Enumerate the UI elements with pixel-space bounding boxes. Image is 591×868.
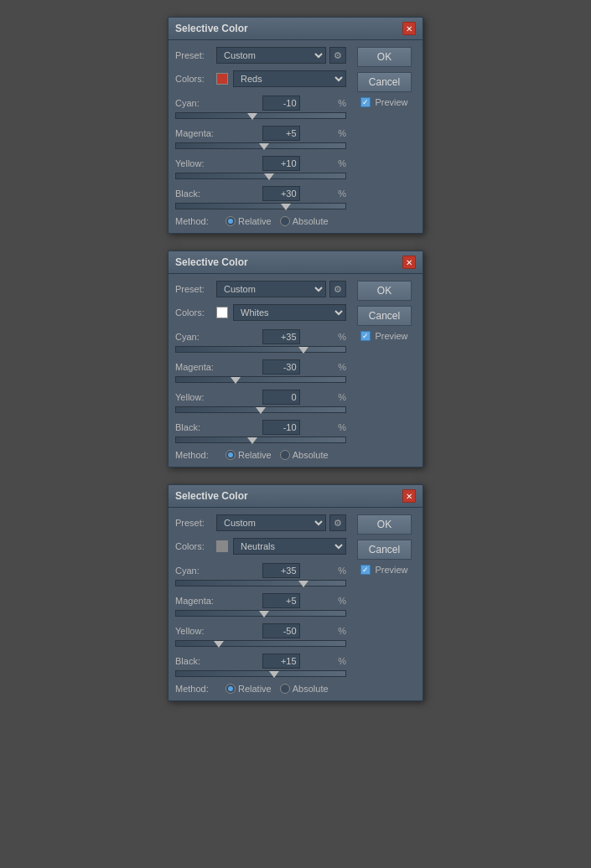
cancel-button-3[interactable]: Cancel [357, 540, 412, 560]
dialog-title-2: Selective Color [175, 256, 248, 268]
gear-button-1[interactable]: ⚙ [329, 47, 346, 64]
relative-option-2[interactable]: Relative [226, 450, 272, 460]
yellow-label-2: Yellow: [175, 392, 226, 402]
gear-button-3[interactable]: ⚙ [329, 514, 346, 531]
yellow-pct-1: % [338, 158, 346, 168]
preview-row-3: ✓ Preview [360, 565, 407, 575]
yellow-track-2[interactable] [175, 406, 346, 413]
yellow-input-2[interactable] [262, 390, 300, 405]
cyan-track-2[interactable] [175, 346, 346, 353]
cancel-button-2[interactable]: Cancel [357, 306, 412, 326]
black-slider-row-2: Black: % [175, 420, 346, 443]
cyan-track-1[interactable] [175, 112, 346, 119]
magenta-track-2[interactable] [175, 376, 346, 383]
selective-color-dialog-3: Selective Color ✕ Preset: Custom ⚙ Color… [168, 484, 423, 701]
preview-label-2: Preview [375, 331, 407, 341]
relative-radio-2[interactable] [226, 450, 236, 460]
black-input-3[interactable] [262, 654, 300, 669]
absolute-text-3: Absolute [293, 684, 329, 694]
colors-row-1: Colors: Reds [175, 70, 346, 87]
magenta-thumb-3[interactable] [259, 611, 269, 617]
cyan-input-2[interactable] [262, 329, 300, 344]
cyan-thumb-3[interactable] [298, 581, 308, 587]
cyan-label-3: Cyan: [175, 566, 226, 576]
colors-label-3: Colors: [175, 541, 213, 551]
yellow-thumb-3[interactable] [214, 641, 224, 648]
black-track-3[interactable] [175, 670, 346, 677]
preset-select-3[interactable]: Custom [216, 514, 326, 531]
yellow-track-1[interactable] [175, 173, 346, 179]
black-thumb-1[interactable] [281, 204, 291, 210]
relative-text-3: Relative [238, 684, 272, 694]
cancel-button-1[interactable]: Cancel [357, 72, 412, 92]
preview-checkbox-2[interactable]: ✓ [360, 331, 371, 341]
yellow-input-3[interactable] [262, 623, 300, 638]
preview-label-3: Preview [375, 565, 407, 575]
magenta-input-1[interactable] [262, 126, 300, 141]
black-track-2[interactable] [175, 437, 346, 443]
yellow-label-3: Yellow: [175, 626, 226, 636]
black-input-2[interactable] [262, 420, 300, 435]
dialog-title-1: Selective Color [175, 23, 248, 34]
preset-select-1[interactable]: Custom [216, 47, 326, 64]
relative-option-3[interactable]: Relative [226, 684, 272, 694]
black-thumb-2[interactable] [247, 437, 257, 444]
black-pct-2: % [338, 422, 346, 432]
preview-checkbox-3[interactable]: ✓ [360, 565, 371, 575]
magenta-track-1[interactable] [175, 142, 346, 149]
absolute-radio-1[interactable] [280, 216, 290, 226]
preset-row-2: Preset: Custom ⚙ [175, 281, 346, 297]
method-label-1: Method: [175, 216, 217, 226]
ok-button-2[interactable]: OK [357, 281, 412, 301]
magenta-input-3[interactable] [262, 593, 300, 608]
cyan-pct-2: % [338, 332, 346, 342]
colors-select-2[interactable]: Whites [233, 304, 346, 321]
black-track-1[interactable] [175, 203, 346, 209]
magenta-track-3[interactable] [175, 610, 346, 617]
ok-button-3[interactable]: OK [357, 514, 412, 535]
yellow-thumb-1[interactable] [264, 173, 274, 180]
magenta-input-2[interactable] [262, 359, 300, 375]
selective-color-dialog-2: Selective Color ✕ Preset: Custom ⚙ Color… [168, 251, 423, 468]
relative-radio-3[interactable] [226, 684, 236, 694]
black-thumb-3[interactable] [269, 671, 279, 678]
colors-select-3[interactable]: Neutrals [233, 538, 346, 555]
magenta-thumb-1[interactable] [259, 143, 269, 150]
absolute-option-3[interactable]: Absolute [280, 684, 329, 694]
cyan-label-1: Cyan: [175, 98, 226, 108]
black-label-1: Black: [175, 189, 226, 199]
close-button-2[interactable]: ✕ [402, 256, 416, 269]
black-slider-row-1: Black: % [175, 186, 346, 209]
black-input-1[interactable] [262, 186, 300, 201]
absolute-option-1[interactable]: Absolute [280, 216, 329, 226]
preset-label-2: Preset: [175, 284, 213, 294]
yellow-thumb-2[interactable] [256, 407, 266, 414]
close-button-3[interactable]: ✕ [402, 489, 416, 503]
gear-button-2[interactable]: ⚙ [329, 281, 346, 297]
preset-select-2[interactable]: Custom [216, 281, 326, 297]
yellow-input-1[interactable] [262, 156, 300, 171]
yellow-track-3[interactable] [175, 640, 346, 647]
cyan-thumb-2[interactable] [298, 347, 308, 354]
relative-option-1[interactable]: Relative [226, 216, 272, 226]
ok-button-1[interactable]: OK [357, 47, 412, 67]
colors-select-1[interactable]: Reds [233, 70, 346, 87]
preview-label-1: Preview [375, 97, 407, 107]
cyan-label-2: Cyan: [175, 332, 226, 342]
cyan-input-1[interactable] [262, 96, 300, 111]
color-swatch-3 [216, 540, 228, 552]
cyan-track-3[interactable] [175, 580, 346, 586]
magenta-label-2: Magenta: [175, 362, 226, 372]
cyan-thumb-1[interactable] [247, 113, 257, 120]
relative-radio-1[interactable] [226, 216, 236, 226]
magenta-thumb-2[interactable] [231, 377, 241, 384]
dialog-2: Selective Color ✕ Preset: Custom ⚙ Color… [168, 251, 423, 468]
close-button-1[interactable]: ✕ [402, 22, 416, 35]
absolute-radio-2[interactable] [280, 450, 290, 460]
cyan-input-3[interactable] [262, 563, 300, 578]
absolute-radio-3[interactable] [280, 684, 290, 694]
dialog-body-2: Preset: Custom ⚙ Colors: Whites Cyan: [168, 274, 423, 467]
absolute-option-2[interactable]: Absolute [280, 450, 329, 460]
preview-checkbox-1[interactable]: ✓ [360, 97, 371, 107]
cyan-pct-1: % [338, 98, 346, 108]
